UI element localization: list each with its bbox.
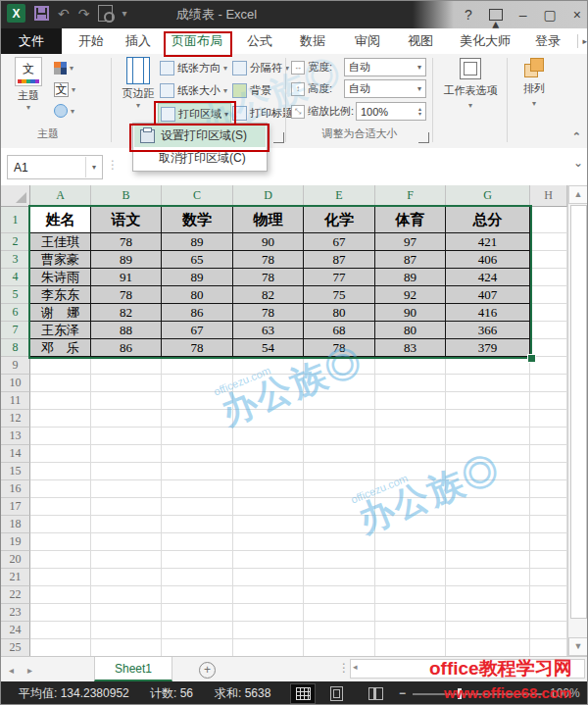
cell-H2[interactable] xyxy=(530,233,567,251)
row-header-2[interactable]: 2 xyxy=(1,233,30,251)
cell-A15[interactable] xyxy=(30,463,91,480)
cell-B21[interactable] xyxy=(91,569,162,586)
height-combo[interactable]: 自动▾ xyxy=(344,79,426,98)
cell-D9[interactable] xyxy=(233,357,304,375)
cell-F8[interactable]: 83 xyxy=(375,339,446,357)
cell-F2[interactable]: 97 xyxy=(375,233,446,251)
sheet-options-button[interactable]: 工作表选项 ▾ xyxy=(438,58,503,110)
sheet-nav-right-icon[interactable]: ▸ xyxy=(27,665,32,676)
cell-D13[interactable] xyxy=(233,428,304,445)
cell-G21[interactable] xyxy=(446,569,530,586)
cell-H18[interactable] xyxy=(530,516,567,533)
add-sheet-button[interactable]: + xyxy=(199,662,216,679)
paper-size-button[interactable]: 纸张大小 ▾ xyxy=(158,80,229,101)
cell-C25[interactable] xyxy=(162,639,233,656)
cell-B15[interactable] xyxy=(91,463,162,480)
select-all-button[interactable] xyxy=(1,185,30,207)
scroll-up-icon[interactable]: ▲ xyxy=(568,185,588,204)
page-layout-view-button[interactable] xyxy=(324,684,348,703)
row-header-20[interactable]: 20 xyxy=(1,551,30,569)
row-header-10[interactable]: 10 xyxy=(1,375,30,392)
cell-H10[interactable] xyxy=(530,375,567,392)
tab-overflow-icon[interactable]: ▸ xyxy=(577,34,587,48)
cell-E8[interactable]: 78 xyxy=(304,339,375,357)
cell-E7[interactable]: 68 xyxy=(304,322,375,339)
cell-E12[interactable] xyxy=(304,410,375,428)
cell-E5[interactable]: 75 xyxy=(304,286,375,304)
cell-E1[interactable]: 化学 xyxy=(304,207,375,233)
cell-H20[interactable] xyxy=(530,551,567,569)
cell-G8[interactable]: 379 xyxy=(446,339,530,357)
cell-G9[interactable] xyxy=(446,357,530,375)
cell-D16[interactable] xyxy=(233,480,304,498)
theme-effects-button[interactable]: ▾ xyxy=(54,102,74,120)
cell-H25[interactable] xyxy=(530,639,567,656)
cell-A8[interactable]: 邓 乐 xyxy=(30,339,91,357)
cell-A1[interactable]: 姓名 xyxy=(30,207,91,233)
cell-G11[interactable] xyxy=(446,392,530,410)
cell-F5[interactable]: 92 xyxy=(375,286,446,304)
row-header-3[interactable]: 3 xyxy=(1,251,30,269)
row-header-15[interactable]: 15 xyxy=(1,463,30,480)
cell-A3[interactable]: 曹家豪 xyxy=(30,251,91,269)
cell-C13[interactable] xyxy=(162,428,233,445)
cell-D17[interactable] xyxy=(233,498,304,516)
cell-B22[interactable] xyxy=(91,586,162,604)
cell-H13[interactable] xyxy=(530,428,567,445)
cell-D21[interactable] xyxy=(233,569,304,586)
cell-D25[interactable] xyxy=(233,639,304,656)
collapse-ribbon-icon[interactable]: ⌃ xyxy=(572,130,581,143)
cell-A25[interactable] xyxy=(30,639,91,656)
scroll-down-icon[interactable]: ▼ xyxy=(568,637,588,656)
breaks-button[interactable]: 分隔符 ▾ xyxy=(230,58,291,78)
cell-H16[interactable] xyxy=(530,480,567,498)
cell-G7[interactable]: 366 xyxy=(446,322,530,339)
cell-B7[interactable]: 88 xyxy=(91,322,162,339)
cell-F21[interactable] xyxy=(375,569,446,586)
cell-E15[interactable] xyxy=(304,463,375,480)
cell-E18[interactable] xyxy=(304,516,375,533)
tab-data[interactable]: 数据 xyxy=(291,28,334,54)
cell-G16[interactable] xyxy=(446,480,530,498)
cell-E14[interactable] xyxy=(304,445,375,463)
row-header-23[interactable]: 23 xyxy=(1,604,30,622)
cell-A19[interactable] xyxy=(30,533,91,551)
cell-G15[interactable] xyxy=(446,463,530,480)
cell-G4[interactable]: 424 xyxy=(446,269,530,286)
cell-G2[interactable]: 421 xyxy=(446,233,530,251)
zoom-out-button[interactable]: − xyxy=(399,681,406,705)
cell-E24[interactable] xyxy=(304,622,375,639)
cell-G20[interactable] xyxy=(446,551,530,569)
column-header-C[interactable]: C xyxy=(162,185,233,207)
row-header-21[interactable]: 21 xyxy=(1,569,30,586)
vertical-scrollbar[interactable]: ▲ ▼ xyxy=(567,185,587,656)
cell-F11[interactable] xyxy=(375,392,446,410)
cell-C19[interactable] xyxy=(162,533,233,551)
ribbon-display-options-icon[interactable]: ▴ xyxy=(489,9,503,21)
cell-A9[interactable] xyxy=(30,357,91,375)
tab-formulas[interactable]: 公式 xyxy=(238,28,281,54)
cell-F17[interactable] xyxy=(375,498,446,516)
cell-B17[interactable] xyxy=(91,498,162,516)
cell-D19[interactable] xyxy=(233,533,304,551)
cell-D4[interactable]: 78 xyxy=(233,269,304,286)
cell-B16[interactable] xyxy=(91,480,162,498)
help-icon[interactable]: ? xyxy=(465,1,472,28)
column-header-E[interactable]: E xyxy=(304,185,375,207)
cell-H15[interactable] xyxy=(530,463,567,480)
cell-C5[interactable]: 80 xyxy=(162,286,233,304)
cell-D23[interactable] xyxy=(233,604,304,622)
tab-insert[interactable]: 插入 xyxy=(117,28,160,54)
cell-F18[interactable] xyxy=(375,516,446,533)
cell-H5[interactable] xyxy=(530,286,567,304)
cell-G22[interactable] xyxy=(446,586,530,604)
cell-B6[interactable]: 82 xyxy=(91,304,162,322)
cell-D3[interactable]: 78 xyxy=(233,251,304,269)
cell-G13[interactable] xyxy=(446,428,530,445)
cell-H14[interactable] xyxy=(530,445,567,463)
cell-H12[interactable] xyxy=(530,410,567,428)
cell-C17[interactable] xyxy=(162,498,233,516)
cell-F6[interactable]: 90 xyxy=(375,304,446,322)
row-header-17[interactable]: 17 xyxy=(1,498,30,516)
cell-E6[interactable]: 80 xyxy=(304,304,375,322)
